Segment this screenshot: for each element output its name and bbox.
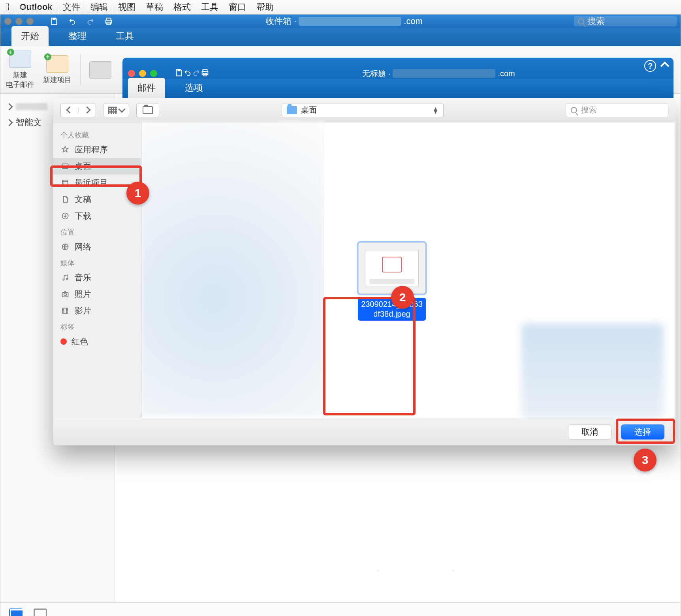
zoom-icon[interactable] <box>26 18 34 25</box>
menu-help[interactable]: 帮助 <box>256 1 274 13</box>
trash-icon <box>89 61 111 79</box>
undo-icon[interactable] <box>183 68 192 79</box>
zoom-icon[interactable] <box>150 70 157 77</box>
window-traffic-lights[interactable] <box>4 18 34 25</box>
smart-label: 智能文 <box>16 116 42 128</box>
account-mask <box>16 103 47 110</box>
group-button[interactable] <box>136 103 159 117</box>
search-icon <box>571 107 577 113</box>
chevron-down-icon <box>118 105 125 113</box>
network-icon <box>60 243 70 251</box>
mail-icon <box>9 51 31 68</box>
view-mode-button[interactable] <box>103 103 129 117</box>
mail-nav-icon[interactable] <box>9 608 23 616</box>
nav-bar <box>0 602 681 616</box>
menu-draft[interactable]: 草稿 <box>146 1 163 13</box>
tab-start[interactable]: 开始 <box>11 26 49 46</box>
menu-format[interactable]: 格式 <box>173 1 191 13</box>
red-tag-icon <box>60 338 67 345</box>
svg-rect-0 <box>53 18 55 20</box>
calendar-nav-icon[interactable] <box>34 608 47 616</box>
new-mail-button[interactable]: 新建 电子邮件 <box>6 51 34 89</box>
collapse-ribbon-icon[interactable] <box>660 62 670 71</box>
preview-blurred <box>521 324 664 419</box>
close-icon[interactable] <box>4 18 11 25</box>
tab-tools[interactable]: 工具 <box>106 26 143 46</box>
menu-window[interactable]: 窗口 <box>229 1 246 13</box>
section-locations: 位置 <box>53 224 141 239</box>
compose-title: 无标题 · .com <box>209 68 668 79</box>
sidebar-item-network[interactable]: 网络 <box>53 239 141 255</box>
minimize-icon[interactable] <box>15 18 23 25</box>
outlook-search-input[interactable]: 搜索 <box>574 16 677 26</box>
minimize-icon[interactable] <box>139 70 146 77</box>
compose-title-suffix: .com <box>498 69 515 78</box>
download-icon <box>60 212 70 220</box>
document-icon <box>60 195 70 203</box>
callout-box-3 <box>616 419 675 444</box>
compose-tab-options[interactable]: 选项 <box>175 78 213 98</box>
title-prefix: 收件箱 · <box>265 15 296 27</box>
print-icon[interactable] <box>201 68 209 79</box>
camera-icon <box>60 290 70 298</box>
folder-icon <box>143 106 153 114</box>
help-icon[interactable]: ? <box>644 60 656 72</box>
new-item-button[interactable]: 新建项目 <box>43 55 71 85</box>
grid-icon <box>108 107 117 114</box>
svg-point-12 <box>63 279 64 280</box>
nav-back-forward[interactable] <box>60 103 96 117</box>
tab-tidy[interactable]: 整理 <box>59 26 96 46</box>
sidebar-item-photos[interactable]: 照片 <box>53 286 141 302</box>
compose-traffic-lights[interactable] <box>128 70 157 77</box>
compose-title-redacted <box>393 69 495 78</box>
compose-title-prefix: 无标题 · <box>362 68 390 79</box>
nav-back-button[interactable] <box>61 107 78 113</box>
blurred-content <box>142 122 323 415</box>
sidebar-item-applications[interactable]: 应用程序 <box>53 141 141 158</box>
finder-toolbar: 桌面 ▲▼ 搜索 <box>53 98 675 122</box>
cancel-button[interactable]: 取消 <box>568 424 611 439</box>
menu-tools[interactable]: 工具 <box>201 1 218 13</box>
title-redacted <box>299 17 401 26</box>
sidebar-item-downloads[interactable]: 下载 <box>53 208 141 224</box>
chevron-right-icon <box>6 103 13 110</box>
chevron-left-icon <box>66 106 73 113</box>
save-icon[interactable] <box>175 68 183 79</box>
compose-tab-mail[interactable]: 邮件 <box>128 78 165 98</box>
compose-tabs: 邮件 选项 <box>122 79 673 98</box>
window-title: 收件箱 · .com <box>121 15 567 27</box>
delete-button[interactable] <box>89 61 111 79</box>
callout-box-2 <box>323 297 416 415</box>
new-item-label: 新建项目 <box>43 75 71 85</box>
callout-number-2: 2 <box>391 286 414 309</box>
music-icon <box>60 274 70 282</box>
section-tags: 标签 <box>53 319 141 333</box>
callout-number-3: 3 <box>634 449 657 471</box>
sidebar-item-red-tag[interactable]: 红色 <box>53 333 141 350</box>
finder-column-1[interactable] <box>142 122 324 418</box>
svg-rect-4 <box>177 69 180 71</box>
nav-forward-button[interactable] <box>78 107 96 113</box>
redo-icon[interactable] <box>192 68 201 79</box>
ribbon-divider <box>80 54 81 86</box>
chevron-right-icon <box>83 106 90 113</box>
location-dropdown[interactable]: 桌面 ▲▼ <box>282 103 444 117</box>
title-suffix: .com <box>404 16 423 26</box>
app-icon <box>60 146 70 154</box>
finder-search-input[interactable]: 搜索 <box>566 103 668 117</box>
callout-number-1: 1 <box>126 182 149 205</box>
chevron-right-icon <box>6 119 13 126</box>
updown-icon: ▲▼ <box>433 107 438 113</box>
sidebar-item-movies[interactable]: 影片 <box>53 302 141 319</box>
search-placeholder: 搜索 <box>587 15 605 27</box>
finder-search-placeholder: 搜索 <box>581 105 597 115</box>
close-icon[interactable] <box>128 70 135 77</box>
new-mail-label: 新建 电子邮件 <box>6 70 34 89</box>
folder-icon <box>287 106 297 114</box>
search-icon <box>578 18 584 24</box>
sidebar-item-music[interactable]: 音乐 <box>53 269 141 286</box>
ribbon-tabs: 开始 整理 工具 <box>0 28 681 46</box>
calendar-icon <box>46 55 68 73</box>
callout-box-1 <box>50 165 142 187</box>
watermark-text: www.MacZ.com <box>8 0 124 18</box>
